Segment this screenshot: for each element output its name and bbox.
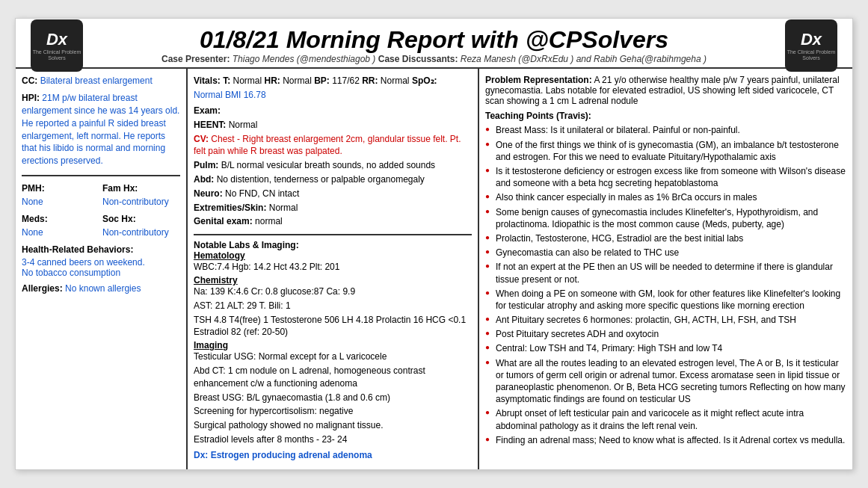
imaging-line: Abd CT: 1 cm nodule on L adrenal, homoge… (194, 365, 472, 390)
labs-title: Notable Labs & Imaging: (194, 240, 472, 250)
imaging-line: Surgical pathology showed no malignant t… (194, 419, 472, 432)
left-bottom: PMH: None Meds: None Fam Hx: Non-contrib… (22, 182, 180, 297)
pmh-line: PMH: (22, 182, 99, 195)
imaging-line: Breast USG: B/L gynaecomastia (1.8 and 0… (194, 392, 472, 404)
tp-item: Central: Low TSH and T4, Primary: High T… (485, 342, 846, 354)
t-label: T: (223, 75, 230, 86)
neuro-label: Neuro: (194, 188, 223, 199)
allergies-label: Allergies: (22, 283, 63, 294)
cc-label: CC: (22, 75, 37, 86)
genital-line: Genital exam: normal (194, 215, 472, 228)
header-center: 01/8/21 Morning Report with @CPSolvers C… (161, 26, 707, 64)
hr-val: Normal (280, 75, 314, 86)
heent-label: HEENT: (194, 120, 226, 130)
cc-line: CC: Bilateral breast enlargement (22, 75, 180, 87)
chemistry-label: Chemistry (194, 275, 472, 285)
imaging-line: Screening for hypercortisolism: negative (194, 405, 472, 418)
vitals-line: Vitals: T: Normal HR: Normal BP: 117/62 … (194, 75, 472, 87)
tp-item: Gynecomastia can also be related to THC … (485, 247, 846, 259)
labs-section: Notable Labs & Imaging: Hematology WBC:7… (194, 240, 472, 461)
logo-dx-text: Dx (46, 30, 67, 49)
soc-line: Soc Hx: (102, 213, 180, 226)
header: Dx The Clinical Problem Solvers 01/8/21 … (16, 19, 852, 67)
heent-line: HEENT: Normal (194, 119, 472, 132)
dx-text: Estrogen producing adrenal adenoma (211, 450, 372, 460)
tp-label: Teaching Points (Travis): (485, 111, 846, 121)
health-label-line: Health-Related Behaviors: (22, 244, 180, 256)
hpi-text: 21M p/w bilateral breast enlargement sin… (22, 93, 179, 166)
presenter-name: Thiago Mendes (@mendesthiagob ) (233, 54, 376, 64)
logo-right-sub-text: The Clinical Problem Solvers (785, 49, 837, 62)
health-label: Health-Related Behaviors: (22, 244, 133, 255)
fam-section: Fam Hx: Non-contributory Soc Hx: Non-con… (102, 182, 180, 238)
logo-right: Dx The Clinical Problem Solvers (785, 19, 837, 72)
subtitle: Case Presenter: Thiago Mendes (@mendesth… (161, 54, 707, 64)
allergies-text: No known allergies (65, 283, 141, 294)
problem-representation: Problem Representation: A 21 y/o otherwi… (485, 75, 846, 106)
bp-val: 117/62 (330, 75, 362, 86)
rr-val: Normal (378, 75, 412, 86)
main-card: Dx The Clinical Problem Solvers 01/8/21 … (15, 18, 853, 469)
right-column: Problem Representation: A 21 y/o otherwi… (479, 69, 852, 469)
dx-label: Dx: (194, 450, 208, 460)
tp-item: Is it testosterone deficiency or estroge… (485, 165, 846, 189)
tp-item: When doing a PE on someone with GM, look… (485, 288, 846, 312)
abd-line: Abd: No distention, tenderness or palpab… (194, 173, 472, 186)
heent-val: Normal (229, 120, 258, 130)
meds-label: Meds: (22, 214, 48, 224)
imaging-line: Testicular USG: Normal except for a L va… (194, 350, 472, 363)
content-grid: CC: Bilateral breast enlargement HPI: 21… (16, 67, 852, 469)
tp-item: Also think cancer especially in males as… (485, 191, 846, 203)
cv-val: Chest - Right breast enlargement 2cm, gl… (194, 134, 461, 157)
left-column: CC: Bilateral breast enlargement HPI: 21… (16, 69, 188, 469)
ext-line: Extremities/Skin: Normal (194, 202, 472, 214)
cv-label: CV: (194, 134, 209, 144)
soc-label: Soc Hx: (102, 214, 136, 224)
presenter-label: Case Presenter: (161, 54, 230, 64)
bp-label: BP: (314, 75, 330, 86)
soc-value: Non-contributory (102, 227, 180, 238)
genital-val: normal (255, 216, 283, 226)
main-title: 01/8/21 Morning Report with @CPSolvers (161, 26, 707, 54)
logo-left: Dx The Clinical Problem Solvers (31, 19, 83, 72)
allergies-line: Allergies: No known allergies (22, 282, 180, 295)
imaging-label: Imaging (194, 340, 472, 350)
tp-item: Breast Mass: Is it unilateral or bilater… (485, 124, 846, 136)
tp-item: Ant Pituitary secretes 6 hormones: prola… (485, 314, 846, 326)
chemistry-line: Na: 139 K:4.6 Cr: 0.8 glucose:87 Ca: 9.9 (194, 285, 472, 298)
fam-value: Non-contributory (102, 197, 180, 207)
health-section: Health-Related Behaviors: 3-4 canned bee… (22, 244, 180, 297)
spo2-label: SpO₂: (412, 75, 437, 86)
genital-label: Genital exam: (194, 216, 253, 226)
pmh-section: PMH: None Meds: None (22, 182, 99, 238)
hr-label: HR: (264, 75, 280, 86)
ext-label: Extremities/Skin: (194, 203, 266, 213)
hematology-text: WBC:7.4 Hgb: 14.2 Hct 43.2 Plt: 201 (194, 261, 472, 274)
abd-label: Abd: (194, 174, 214, 185)
discussants-names: Reza Manesh (@DxRxEdu ) and Rabih Geha(@… (461, 54, 707, 64)
pmh-label: PMH: (22, 183, 45, 194)
pulm-label: Pulm: (194, 160, 218, 170)
discussants-label: Case Discussants: (378, 54, 458, 64)
chemistry-line: AST: 21 ALT: 29 T. Bili: 1 (194, 300, 472, 312)
imaging-lines: Testicular USG: Normal except for a L va… (194, 350, 472, 446)
chemistry-lines: Na: 139 K:4.6 Cr: 0.8 glucose:87 Ca: 9.9… (194, 285, 472, 339)
cc-text: Bilateral breast enlargement (40, 75, 153, 86)
spo2-val: Normal BMI 16.78 (194, 89, 472, 102)
tp-item: Prolactin, Testosterone, HCG, Estradiol … (485, 232, 846, 244)
pmh-value: None (22, 197, 99, 207)
t-val: Normal (230, 75, 264, 86)
tp-item: One of the first things we think of is g… (485, 139, 846, 163)
logo-sub-text: The Clinical Problem Solvers (31, 49, 83, 62)
tp-item: Post Pituitary secretes ADH and oxytocin (485, 328, 846, 340)
tp-item: Some benign causes of gynecomastia inclu… (485, 206, 846, 230)
tp-list: Breast Mass: Is it unilateral or bilater… (485, 124, 846, 446)
left-top: CC: Bilateral breast enlargement HPI: 21… (22, 75, 180, 176)
hematology-label: Hematology (194, 250, 472, 261)
tp-item: If not an expert at the PE then an US wi… (485, 261, 846, 285)
imaging-line: Estradiol levels after 8 months - 23- 24 (194, 433, 472, 446)
pr-label: Problem Representation: (485, 75, 592, 85)
cv-line: CV: Chest - Right breast enlargement 2cm… (194, 133, 472, 158)
tp-item: Finding an adrenal mass; Need to know wh… (485, 434, 846, 446)
exam-label: Exam: (194, 105, 221, 116)
